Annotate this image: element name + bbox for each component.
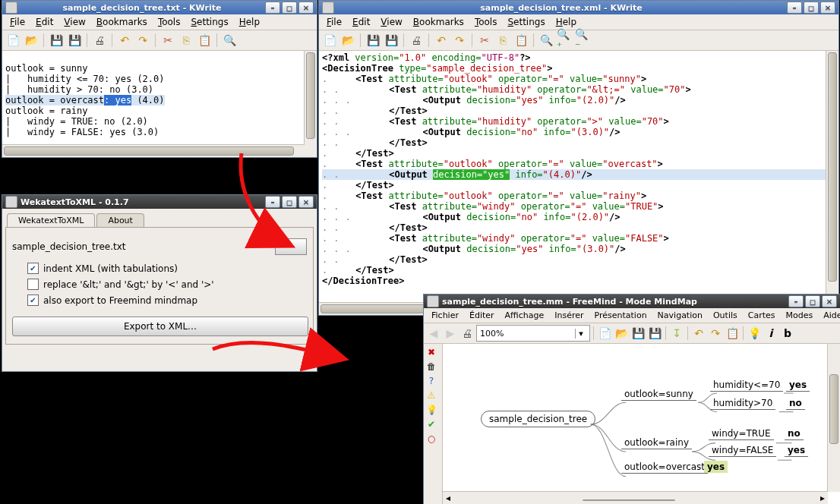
save-icon[interactable]: 💾 (630, 326, 646, 341)
open-icon[interactable]: 📂 (340, 33, 355, 48)
freemind-window[interactable]: sample_decision_tree.mm - FreeMind - Mod… (423, 294, 840, 504)
wekatexttoxml-window[interactable]: WekatextToXML - 0.1.7 – ◻ ✕ WekatextToXM… (2, 194, 317, 372)
menu-help[interactable]: Help (551, 16, 581, 28)
minimize-button[interactable]: – (265, 196, 280, 208)
tab-about[interactable]: About (96, 213, 144, 227)
export-icon[interactable]: ↧ (669, 326, 684, 341)
saveas-icon[interactable]: 💾 (384, 33, 399, 48)
nav-next-icon[interactable]: ▶ (443, 326, 458, 341)
mindmap-node[interactable]: humidity>70 (710, 397, 775, 410)
mindmap-leaf[interactable]: yes (786, 379, 810, 392)
menu-cartes[interactable]: Cartes (744, 310, 780, 321)
tabs[interactable]: WekatextToXML About (5, 212, 314, 227)
menu-edit[interactable]: Edit (31, 16, 58, 28)
close-button[interactable]: ✕ (298, 2, 314, 14)
titlebar[interactable]: sample_decision_tree.mm - FreeMind - Mod… (424, 295, 840, 308)
mindmap-leaf[interactable]: no (786, 397, 805, 410)
mindmap-node[interactable]: outlook=sunny (621, 388, 696, 401)
new-icon[interactable]: 📄 (597, 326, 612, 341)
vertical-scrollbar[interactable] (827, 344, 840, 492)
menu-aide[interactable]: Aide (819, 310, 840, 321)
mindmap-node[interactable]: windy=FALSE (709, 444, 776, 457)
minimize-button[interactable]: – (265, 2, 280, 14)
mindmap-node[interactable]: outlook=rainy (621, 436, 692, 449)
toolbar[interactable]: 📄 📂 💾 💾 🖨 ↶ ↷ ✂ ⎘ 📋 🔍 (2, 30, 317, 51)
menu-help[interactable]: Help (235, 16, 264, 28)
cut-icon[interactable]: ✂ (477, 33, 492, 48)
undo-icon[interactable]: ↶ (117, 33, 132, 48)
save-icon[interactable]: 💾 (365, 33, 381, 48)
kwrite-txt-window[interactable]: sample_decision_tree.txt - KWrite – ◻ ✕ … (2, 0, 317, 158)
help-icon[interactable]: ? (425, 375, 437, 387)
warning-icon[interactable]: ⚠ (425, 389, 437, 402)
cut-icon[interactable]: ✂ (160, 33, 175, 48)
tab-wekatexttoxml[interactable]: WekatextToXML (7, 213, 95, 227)
menu-tools[interactable]: Tools (470, 16, 502, 28)
menu-presentation[interactable]: Présentation (590, 310, 652, 321)
titlebar[interactable]: sample_decision_tree.txt - KWrite – ◻ ✕ (2, 1, 317, 14)
open-icon[interactable]: 📂 (614, 326, 629, 341)
toolbar[interactable]: 📄 📂 💾 💾 🖨 ↶ ↷ ✂ ⎘ 📋 🔍 🔍⁺ 🔍⁻ (319, 30, 838, 51)
save-icon[interactable]: 💾 (49, 33, 64, 48)
menu-tools[interactable]: Tools (153, 16, 185, 28)
menu-file[interactable]: File (5, 16, 30, 28)
trash-icon[interactable]: 🗑 (425, 361, 437, 373)
close-button[interactable]: ✕ (298, 196, 314, 208)
mindmap-leaf[interactable]: yes (785, 444, 808, 457)
checkbox-indent[interactable]: ✔ indent XML (with tabulations) (27, 263, 307, 274)
horizontal-scrollbar[interactable]: ◂ ▸ (443, 491, 828, 504)
menu-settings[interactable]: Settings (186, 16, 232, 28)
checkbox-freemind[interactable]: ✔ also export to Freemind mindmap (27, 295, 307, 306)
saveas-icon[interactable]: 💾 (647, 326, 662, 341)
italic-icon[interactable]: i (763, 326, 778, 341)
flag-icon[interactable]: ○ (425, 433, 437, 445)
kwrite-xml-window[interactable]: sample_decision_tree.xml - KWrite – ◻ ✕ … (318, 0, 839, 316)
new-icon[interactable]: 📄 (5, 33, 21, 48)
menu-navigation[interactable]: Navigation (653, 310, 707, 321)
print-icon[interactable]: 🖨 (92, 33, 107, 48)
new-icon[interactable]: 📄 (322, 33, 337, 48)
close-button[interactable]: ✕ (822, 295, 837, 307)
minimize-button[interactable]: – (788, 295, 804, 307)
vertical-scrollbar[interactable] (304, 51, 317, 157)
menu-edit[interactable]: Edit (348, 16, 374, 28)
ok-icon[interactable]: ✔ (425, 418, 437, 430)
vertical-scrollbar[interactable] (826, 51, 838, 315)
find-icon[interactable]: 🔍 (222, 33, 237, 48)
checkbox-icon[interactable]: ✔ (27, 263, 39, 274)
menu-affichage[interactable]: Affichage (501, 310, 549, 321)
print-icon[interactable]: 🖨 (409, 33, 424, 48)
mindmap-root[interactable]: sample_decision_tree (481, 411, 595, 427)
menu-editer[interactable]: Éditer (465, 310, 499, 321)
maximize-button[interactable]: ◻ (282, 196, 297, 208)
menu-file[interactable]: File (322, 16, 346, 28)
checkbox-replace[interactable]: replace '&lt;' and '&gt;' by '<' and '>' (27, 279, 307, 290)
bold-icon[interactable]: b (780, 326, 795, 341)
find-icon[interactable]: 🔍 (538, 33, 554, 48)
menu-outils[interactable]: Outils (709, 310, 742, 321)
nav-prev-icon[interactable]: ◀ (426, 326, 441, 341)
zoomin-icon[interactable]: 🔍⁺ (557, 33, 572, 48)
paste-icon[interactable]: 📋 (513, 33, 529, 48)
menu-bookmarks[interactable]: Bookmarks (409, 16, 469, 28)
titlebar[interactable]: WekatextToXML - 0.1.7 – ◻ ✕ (2, 195, 317, 209)
idea-icon[interactable]: 💡 (425, 404, 437, 416)
export-button[interactable]: Export to XML… (12, 317, 308, 336)
menu-modes[interactable]: Modes (782, 310, 818, 321)
menu-fichier[interactable]: Fichier (427, 310, 463, 321)
browse-button[interactable]: … (275, 238, 307, 255)
maximize-button[interactable]: ◻ (282, 2, 297, 14)
mindmap-leaf[interactable]: yes (704, 461, 728, 473)
remove-icon[interactable]: ✖ (425, 346, 437, 358)
redo-icon[interactable]: ↷ (135, 33, 150, 48)
editor[interactable]: outlook = sunny | humidity <= 70: yes (2… (2, 51, 317, 157)
mindmap-leaf[interactable]: no (785, 427, 804, 440)
paste-icon[interactable]: 📋 (197, 33, 212, 48)
zoomout-icon[interactable]: 🔍⁻ (575, 33, 590, 48)
minimize-button[interactable]: – (787, 2, 802, 14)
zoom-select[interactable]: 100% ▾ (476, 325, 590, 342)
copy-icon[interactable]: ⎘ (495, 33, 510, 48)
print-icon[interactable]: 🖨 (459, 326, 475, 341)
menu-view[interactable]: View (59, 16, 90, 28)
menu-view[interactable]: View (376, 16, 406, 28)
